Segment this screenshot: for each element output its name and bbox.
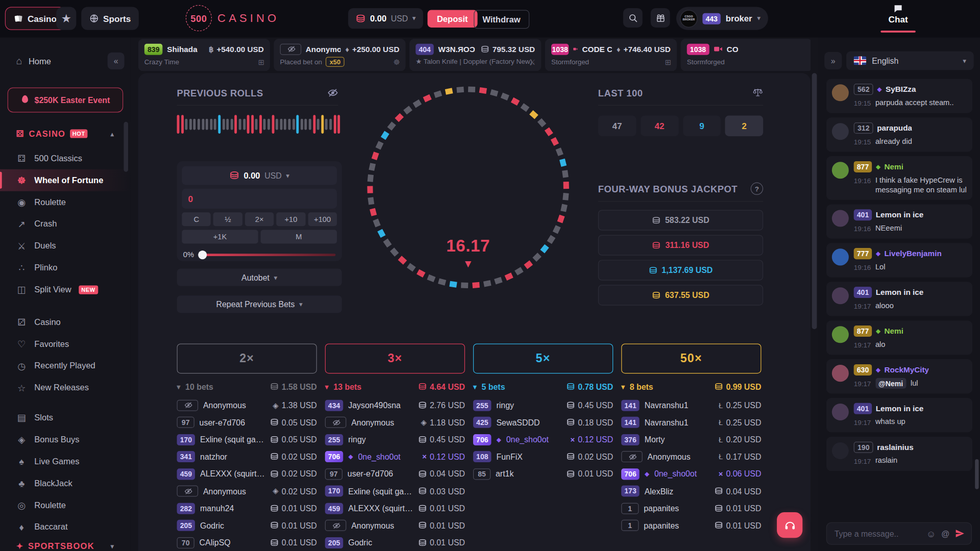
sidebar-item[interactable]: ⚃ 500 Classics bbox=[0, 147, 131, 169]
sidebar-item[interactable]: ◎ Roulette bbox=[0, 494, 131, 516]
slider-track[interactable] bbox=[200, 254, 336, 256]
bettor-name[interactable]: papanites bbox=[644, 521, 709, 530]
bets-summary[interactable]: ▾ 10 bets 1.58 USD bbox=[177, 379, 317, 394]
avatar[interactable] bbox=[832, 404, 849, 420]
win-item[interactable]: 839 Shihada ฿ +540.00 USD Crazy Time ⊞ bbox=[138, 39, 270, 71]
bettor-name[interactable]: CAlipSQ bbox=[200, 538, 265, 547]
sidebar-item-home[interactable]: ⌂ Home bbox=[0, 53, 51, 70]
avatar[interactable] bbox=[832, 162, 849, 179]
tab-sports[interactable]: Sports bbox=[81, 7, 139, 30]
sidebar-item[interactable]: ♠ Live Games bbox=[0, 450, 131, 472]
win-item[interactable]: 404 W3N.ЯOƆ 795.32 USD ★ Talon Knife | D… bbox=[409, 39, 541, 71]
bettor-name[interactable]: 0ne_sho0ot bbox=[358, 452, 417, 461]
bettor-name[interactable]: Anonymous bbox=[351, 521, 413, 530]
mention-at-icon[interactable]: @ bbox=[941, 529, 949, 538]
bettor-name[interactable]: natzhor bbox=[200, 452, 265, 461]
withdraw-button[interactable]: Withdraw bbox=[474, 10, 529, 29]
bets-summary[interactable]: ▾ 5 bets 0.78 USD bbox=[473, 379, 613, 394]
quick-bet-button[interactable]: +1K bbox=[182, 230, 258, 244]
avatar[interactable] bbox=[832, 326, 849, 343]
bettor-name[interactable]: Exline (squit gang) bbox=[348, 487, 413, 496]
bet-currency-selector[interactable]: 0.00 USD ▾ bbox=[182, 166, 337, 185]
multiplier-count-box[interactable]: 47 bbox=[598, 116, 636, 136]
quick-bet-button[interactable]: C bbox=[182, 212, 211, 226]
win-item[interactable]: 1038 CODE ChrisS... ♦ +746.40 USD Stormf… bbox=[545, 39, 677, 71]
bet-50x-button[interactable]: 50× bbox=[621, 343, 761, 373]
bettor-name[interactable]: AlexBliz bbox=[645, 487, 709, 496]
emoji-icon[interactable]: ☺ bbox=[926, 528, 936, 539]
eye-off-icon[interactable] bbox=[328, 87, 338, 98]
bettor-name[interactable]: ringy bbox=[348, 435, 413, 444]
bettor-name[interactable]: Godric bbox=[200, 521, 265, 530]
bettor-name[interactable]: 0ne_sho0ot bbox=[654, 469, 714, 479]
slider-thumb[interactable] bbox=[199, 251, 207, 259]
chat-scrollbar[interactable] bbox=[975, 459, 978, 489]
avatar[interactable] bbox=[832, 123, 849, 140]
chat-collapse-button[interactable]: » bbox=[824, 52, 842, 69]
support-button[interactable] bbox=[777, 512, 802, 538]
chat-username[interactable]: RockMyCity bbox=[885, 365, 929, 374]
bettor-name[interactable]: art1k bbox=[496, 469, 561, 479]
bettor-name[interactable]: Exline (squit gang) bbox=[200, 435, 265, 444]
quick-bet-button[interactable]: M bbox=[261, 230, 337, 244]
sidebar-item[interactable]: ♦ Baccarat bbox=[0, 516, 131, 538]
bets-summary[interactable]: ▾ 13 bets 4.64 USD bbox=[325, 379, 465, 394]
section-sportsbook[interactable]: ✦ SPORTSBOOK ▾ bbox=[0, 540, 131, 551]
section-casino[interactable]: ⚄ CASINO HOT ▴ bbox=[0, 128, 131, 140]
quick-bet-button[interactable]: +10 bbox=[276, 212, 305, 226]
chat-username[interactable]: Nemi bbox=[885, 327, 903, 335]
repeat-previous-bets-button[interactable]: Repeat Previous Bets ▾ bbox=[177, 295, 342, 313]
user-menu[interactable]: CSGO BROKER 443 broker ▾ bbox=[676, 7, 768, 30]
sidebar-collapse-button[interactable]: « bbox=[108, 53, 125, 69]
multiplier-count-box[interactable]: 42 bbox=[641, 116, 678, 136]
chat-username[interactable]: SyBIZza bbox=[886, 85, 916, 94]
bet-3x-button[interactable]: 3× bbox=[325, 343, 465, 373]
help-icon[interactable]: ? bbox=[751, 183, 763, 195]
sidebar-scrollbar[interactable] bbox=[124, 122, 128, 172]
bettor-name[interactable]: user-e7d706 bbox=[348, 469, 413, 479]
bettor-name[interactable]: ringy bbox=[496, 400, 561, 410]
easter-event-button[interactable]: $250K Easter Event bbox=[8, 87, 124, 112]
bettor-name[interactable]: Godric bbox=[348, 538, 413, 547]
quick-bet-button[interactable]: +100 bbox=[308, 212, 337, 226]
sidebar-item[interactable]: ☆ New Releases bbox=[0, 377, 131, 398]
avatar[interactable] bbox=[832, 287, 849, 304]
tab-chat[interactable]: Chat bbox=[876, 5, 921, 24]
bets-summary[interactable]: ▾ 8 bets 0.99 USD bbox=[621, 379, 761, 394]
deposit-button[interactable]: Deposit bbox=[428, 10, 477, 28]
sidebar-item[interactable]: ♡ Favorites bbox=[0, 333, 131, 355]
bettor-name[interactable]: Anonymous bbox=[351, 418, 416, 427]
avatar[interactable] bbox=[832, 442, 849, 459]
win-item[interactable]: 1038 CO Stormforged bbox=[680, 39, 811, 71]
sidebar-item[interactable]: ◷ Recently Played bbox=[0, 355, 131, 377]
bettor-name[interactable]: Navranshu1 bbox=[645, 400, 714, 410]
chat-username[interactable]: Lemon in ice bbox=[876, 404, 924, 413]
multiplier-count-box[interactable]: 9 bbox=[683, 116, 721, 136]
sidebar-item[interactable]: ☸ Wheel of Fortune bbox=[0, 169, 131, 191]
bettor-name[interactable]: Morty bbox=[645, 435, 714, 444]
bettor-name[interactable]: ALEXXX (squirt g... bbox=[348, 504, 413, 513]
fairness-scales-icon[interactable] bbox=[752, 87, 763, 98]
sidebar-item[interactable]: ⚔ Duels bbox=[0, 235, 131, 257]
sidebar-item[interactable]: ↗ Crash bbox=[0, 213, 131, 235]
chat-username[interactable]: raslainius bbox=[877, 443, 913, 452]
send-icon[interactable] bbox=[955, 529, 965, 539]
sidebar-item[interactable]: ◫ Split View NEW bbox=[0, 279, 131, 300]
chat-language-selector[interactable]: English ▾ bbox=[846, 51, 974, 70]
bettor-name[interactable]: papanites bbox=[644, 504, 709, 513]
chat-username[interactable]: Lemon in ice bbox=[876, 211, 924, 219]
bet-2x-button[interactable]: 2× bbox=[177, 343, 317, 373]
chat-username[interactable]: Nemi bbox=[885, 162, 903, 171]
chat-username[interactable]: LivelyBenjamin bbox=[885, 249, 942, 258]
bettor-name[interactable]: Jayson490sna bbox=[348, 400, 413, 410]
bettor-name[interactable]: ALEXXX (squirt g... bbox=[200, 469, 265, 479]
win-item[interactable]: Anonymous ♦ +250.00 USD Placed bet on x5… bbox=[274, 39, 405, 71]
quick-bet-button[interactable]: ½ bbox=[213, 212, 242, 226]
sidebar-item[interactable]: ∴ Plinko bbox=[0, 257, 131, 279]
search-button[interactable] bbox=[623, 8, 643, 28]
avatar[interactable] bbox=[832, 365, 849, 382]
bet-amount-input[interactable] bbox=[182, 189, 337, 209]
chat-username[interactable]: parapuda bbox=[877, 123, 912, 132]
sidebar-item[interactable]: ◈ Bonus Buys bbox=[0, 429, 131, 450]
quick-bet-button[interactable]: 2× bbox=[245, 212, 274, 226]
